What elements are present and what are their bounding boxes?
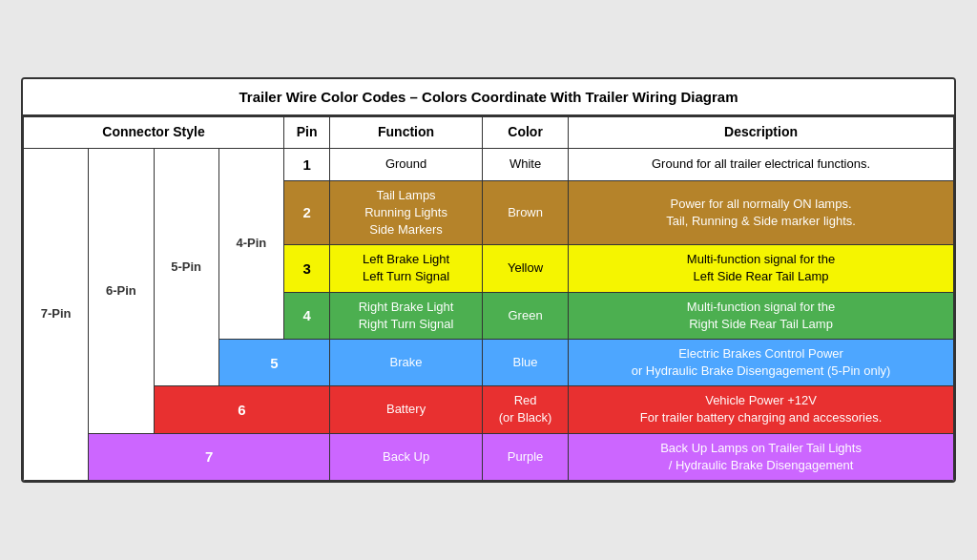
pin-1: 1 — [284, 148, 330, 180]
header-row: Connector Style Pin Function Color Descr… — [24, 116, 954, 148]
description-5: Electric Brakes Control Power or Hydraul… — [569, 339, 954, 385]
color-6: Red (or Black) — [483, 386, 569, 433]
description-3: Multi-function signal for the Left Side … — [569, 245, 954, 292]
pin-2: 2 — [284, 180, 330, 245]
function-6: Battery — [330, 386, 483, 433]
pin-7: 7 — [89, 433, 330, 480]
color-2: Brown — [483, 180, 569, 245]
five-pin-cell: 5-Pin — [154, 148, 218, 386]
color-7: Purple — [483, 433, 569, 480]
description-2: Power for all normally ON lamps. Tail, R… — [569, 180, 954, 245]
function-2: Tail Lamps Running Lights Side Markers — [330, 180, 483, 245]
function-7: Back Up — [330, 433, 483, 480]
header-color: Color — [483, 116, 569, 148]
pin-4: 4 — [284, 292, 330, 339]
table-wrapper: Trailer Wire Color Codes – Colors Coordi… — [21, 77, 956, 483]
color-1: White — [483, 148, 569, 180]
six-pin-cell: 6-Pin — [89, 148, 154, 433]
table-row: 7 Back Up Purple Back Up Lamps on Traile… — [24, 433, 954, 480]
table-row: 7-Pin 6-Pin 5-Pin 4-Pin 1 Ground White G… — [24, 148, 954, 180]
pin-6: 6 — [154, 386, 330, 433]
description-4: Multi-function signal for the Right Side… — [569, 292, 954, 339]
seven-pin-cell: 7-Pin — [24, 148, 89, 480]
description-1: Ground for all trailer electrical functi… — [569, 148, 954, 180]
header-connector: Connector Style — [24, 116, 284, 148]
four-pin-cell: 4-Pin — [218, 148, 283, 339]
header-description: Description — [569, 116, 954, 148]
description-7: Back Up Lamps on Trailer Tail Lights / H… — [569, 433, 954, 480]
color-4: Green — [483, 292, 569, 339]
pin-3: 3 — [284, 245, 330, 292]
main-title: Trailer Wire Color Codes – Colors Coordi… — [23, 79, 954, 116]
color-3: Yellow — [483, 245, 569, 292]
header-function: Function — [330, 116, 483, 148]
function-3: Left Brake Light Left Turn Signal — [330, 245, 483, 292]
pin-5: 5 — [218, 339, 329, 385]
description-6: Vehicle Power +12V For trailer battery c… — [569, 386, 954, 433]
color-5: Blue — [483, 339, 569, 385]
function-1: Ground — [330, 148, 483, 180]
function-4: Right Brake Light Right Turn Signal — [330, 292, 483, 339]
table-row: 6 Battery Red (or Black) Vehicle Power +… — [24, 386, 954, 433]
function-5: Brake — [330, 339, 483, 385]
header-pin: Pin — [284, 116, 330, 148]
